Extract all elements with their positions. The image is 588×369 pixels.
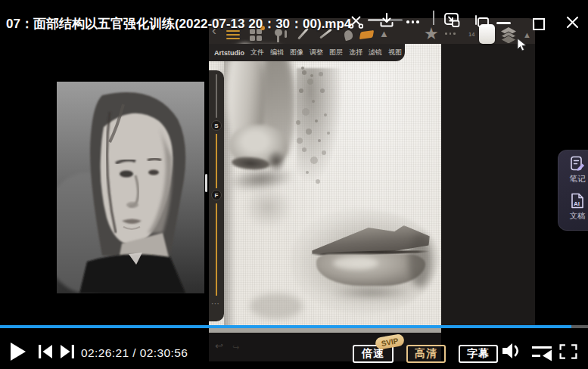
notes-side-panel: 笔记 AI 文稿 <box>558 150 588 231</box>
fullscreen-icon[interactable] <box>558 343 578 364</box>
previous-button[interactable] <box>36 344 54 362</box>
svg-text:AI: AI <box>574 200 580 207</box>
note-pencil-icon <box>570 156 585 172</box>
toolbar-more-icon <box>445 33 456 35</box>
flow-slider-badge: F <box>211 190 222 200</box>
menu-filter: 滤镜 <box>369 48 382 57</box>
player-window: ↩ ↪ ‹ ▲ ★ 14 ▲ Artstudio 文件 编辑 图像 调整 图层 … <box>0 0 588 369</box>
layers-icon <box>500 26 517 46</box>
progress-played <box>0 325 571 328</box>
close-button[interactable] <box>566 16 579 32</box>
menu-view: 视图 <box>388 48 402 57</box>
brush-slider-sidebar: S F ⋯ <box>209 70 224 321</box>
dock-window-icon[interactable] <box>474 15 490 32</box>
notes-button[interactable]: 笔记 <box>558 156 588 184</box>
volume-icon[interactable] <box>500 341 523 364</box>
artstudio-menubar: Artstudio 文件 编辑 图像 调整 图层 选择 滤镜 视图 <box>209 44 405 61</box>
notes-label: 笔记 <box>570 174 586 184</box>
flow-slider-track <box>216 203 217 296</box>
progress-bar[interactable] <box>0 325 588 328</box>
artstudio-canvas <box>209 44 441 328</box>
app-name: Artstudio <box>214 49 244 57</box>
download-icon[interactable] <box>379 12 394 31</box>
playlist-icon[interactable] <box>530 343 553 364</box>
reference-photo <box>57 82 204 293</box>
next-button[interactable] <box>58 344 76 362</box>
menu-image: 图像 <box>290 48 303 57</box>
menu-edit: 编辑 <box>270 48 284 57</box>
menu-adjust: 调整 <box>310 48 323 57</box>
transcript-label: 文稿 <box>570 211 586 222</box>
titlebar-divider <box>433 11 434 25</box>
quality-button[interactable]: 高清 <box>406 345 446 363</box>
redo-icon: ↪ <box>232 343 239 352</box>
video-title: 07：面部结构以五官强化训练(2022-07-13 20：30：00).mp4 <box>6 15 351 33</box>
menu-layer: 图层 <box>329 48 343 57</box>
slider-track <box>216 74 217 118</box>
more-options-icon[interactable] <box>406 20 419 23</box>
play-button[interactable] <box>10 342 26 364</box>
sidebar-more-icon: ⋯ <box>211 299 220 309</box>
size-slider-track <box>216 134 217 188</box>
transcript-button[interactable]: AI 文稿 <box>558 193 588 222</box>
mouse-cursor <box>517 38 527 55</box>
favorites-star-icon: ★ <box>424 24 439 44</box>
menu-select: 选择 <box>349 48 362 57</box>
maximize-button[interactable] <box>533 18 545 30</box>
layer-count-label: 14 <box>468 31 474 38</box>
document-ai-icon: AI <box>570 193 585 209</box>
app-empty-area <box>441 44 535 327</box>
minimize-button[interactable] <box>496 22 511 24</box>
undo-icon: ↩ <box>215 340 223 352</box>
menu-file: 文件 <box>250 48 264 57</box>
size-slider-badge: S <box>211 120 222 131</box>
subtitle-button[interactable]: 字幕 <box>459 345 498 363</box>
clip-scissors-icon[interactable] <box>348 14 363 32</box>
edge-handle <box>205 174 207 192</box>
mini-window-icon[interactable] <box>444 13 460 31</box>
time-display: 02:26:21 / 02:30:56 <box>81 346 188 360</box>
